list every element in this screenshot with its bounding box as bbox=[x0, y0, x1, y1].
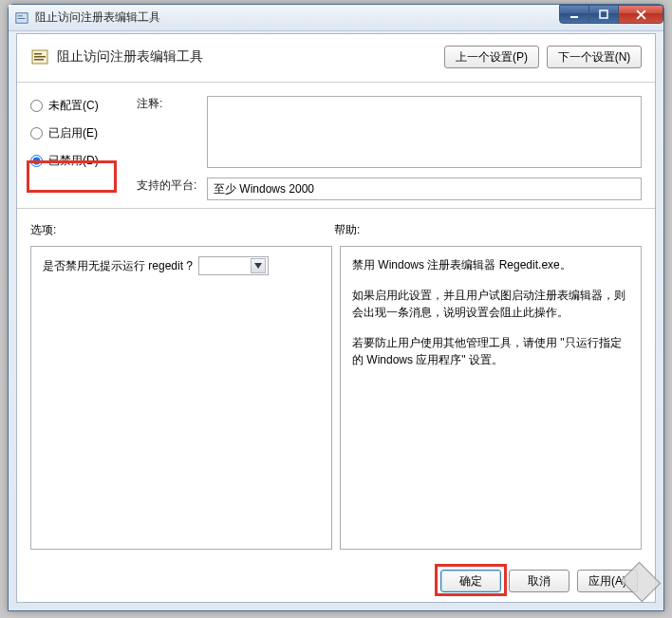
svg-rect-8 bbox=[34, 53, 42, 55]
options-dropdown[interactable] bbox=[198, 256, 269, 275]
radio-disabled[interactable]: 已禁用(D) bbox=[30, 153, 133, 169]
chevron-down-icon bbox=[251, 258, 266, 273]
radio-enabled-input[interactable] bbox=[30, 127, 43, 140]
comment-label: 注释: bbox=[137, 96, 203, 112]
help-paragraph-1: 禁用 Windows 注册表编辑器 Regedit.exe。 bbox=[352, 256, 629, 273]
supported-label: 支持的平台: bbox=[137, 178, 203, 194]
svg-rect-10 bbox=[34, 59, 44, 61]
titlebar: 阻止访问注册表编辑工具 bbox=[9, 5, 663, 31]
radio-enabled-label: 已启用(E) bbox=[48, 125, 98, 141]
svg-rect-3 bbox=[570, 16, 578, 18]
svg-marker-11 bbox=[254, 263, 262, 269]
window-title: 阻止访问注册表编辑工具 bbox=[35, 9, 160, 26]
radio-not-configured-label: 未配置(C) bbox=[48, 98, 99, 114]
dialog-footer: 确定 取消 应用(A) bbox=[17, 560, 655, 602]
svg-rect-1 bbox=[18, 15, 23, 16]
cancel-button[interactable]: 取消 bbox=[509, 570, 569, 592]
ok-button[interactable]: 确定 bbox=[440, 570, 501, 592]
close-button[interactable] bbox=[618, 5, 663, 24]
radio-disabled-label: 已禁用(D) bbox=[48, 153, 99, 169]
options-panel: 是否禁用无提示运行 regedit ? bbox=[30, 246, 332, 550]
radio-not-configured-input[interactable] bbox=[30, 100, 43, 112]
help-panel: 禁用 Windows 注册表编辑器 Regedit.exe。 如果启用此设置，并… bbox=[340, 246, 642, 550]
svg-rect-9 bbox=[34, 56, 46, 58]
minimize-button[interactable] bbox=[559, 5, 589, 24]
radio-not-configured[interactable]: 未配置(C) bbox=[30, 98, 133, 114]
app-icon bbox=[14, 10, 29, 26]
policy-icon bbox=[30, 47, 49, 66]
radio-group: 未配置(C) 已启用(E) 已禁用(D) bbox=[30, 96, 133, 169]
radio-enabled[interactable]: 已启用(E) bbox=[30, 125, 133, 141]
comment-textarea[interactable] bbox=[207, 96, 642, 168]
settings-grid: 未配置(C) 已启用(E) 已禁用(D) 注释: 支持的平台: 至少 Windo… bbox=[17, 83, 655, 209]
help-paragraph-3: 若要防止用户使用其他管理工具，请使用 "只运行指定的 Windows 应用程序"… bbox=[352, 334, 629, 368]
help-paragraph-2: 如果启用此设置，并且用户试图启动注册表编辑器，则会出现一条消息，说明设置会阻止此… bbox=[352, 287, 629, 321]
window-controls bbox=[560, 5, 663, 24]
section-labels: 选项: 帮助: bbox=[17, 209, 655, 244]
client-area: 阻止访问注册表编辑工具 上一个设置(P) 下一个设置(N) 未配置(C) 已启用… bbox=[16, 33, 656, 603]
supported-platforms-field: 至少 Windows 2000 bbox=[207, 178, 642, 200]
next-setting-button[interactable]: 下一个设置(N) bbox=[547, 46, 642, 68]
maximize-button[interactable] bbox=[588, 5, 619, 24]
header-row: 阻止访问注册表编辑工具 上一个设置(P) 下一个设置(N) bbox=[17, 34, 655, 83]
help-label: 帮助: bbox=[334, 222, 360, 238]
policy-title: 阻止访问注册表编辑工具 bbox=[57, 48, 203, 66]
previous-setting-button[interactable]: 上一个设置(P) bbox=[444, 46, 539, 68]
apply-button[interactable]: 应用(A) bbox=[577, 570, 638, 592]
supported-platforms-text: 至少 Windows 2000 bbox=[214, 181, 314, 197]
options-question: 是否禁用无提示运行 regedit ? bbox=[43, 258, 193, 274]
options-label: 选项: bbox=[30, 222, 334, 238]
dialog-window: 阻止访问注册表编辑工具 阻止访问注册表编辑工具 上一个设置(P) 下 bbox=[8, 4, 664, 611]
svg-rect-2 bbox=[18, 18, 26, 19]
lower-panels: 是否禁用无提示运行 regedit ? 禁用 Windows 注册表编辑器 Re… bbox=[17, 244, 655, 559]
svg-rect-4 bbox=[600, 10, 607, 18]
radio-disabled-input[interactable] bbox=[30, 155, 43, 167]
